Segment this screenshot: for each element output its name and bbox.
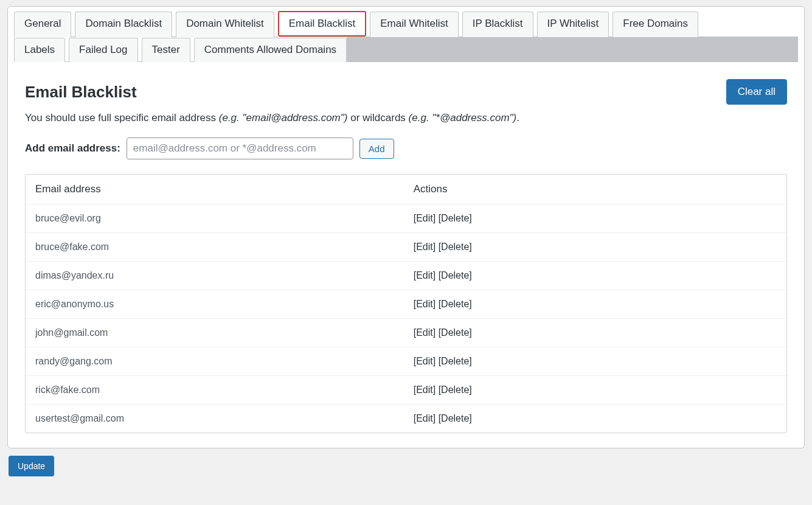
update-button[interactable]: Update: [9, 456, 54, 476]
tab-tester[interactable]: Tester: [142, 38, 190, 62]
edit-link[interactable]: [Edit]: [414, 299, 435, 309]
edit-link[interactable]: [Edit]: [414, 270, 435, 280]
actions-cell: [Edit] [Delete]: [414, 299, 777, 310]
edit-link[interactable]: [Edit]: [414, 213, 435, 223]
edit-link[interactable]: [Edit]: [414, 242, 435, 252]
table-row: eric@anonymo.us[Edit] [Delete]: [26, 290, 786, 318]
tab-email-whitelist[interactable]: Email Whitelist: [370, 12, 458, 37]
delete-link[interactable]: [Delete]: [439, 385, 472, 395]
table-row: randy@gang.com[Edit] [Delete]: [26, 347, 786, 375]
actions-cell: [Edit] [Delete]: [414, 413, 777, 424]
email-list-box: Email address Actions bruce@evil.org[Edi…: [25, 174, 787, 433]
tabs-row-1: GeneralDomain BlacklistDomain WhitelistE…: [14, 11, 798, 37]
tabs-area: GeneralDomain BlacklistDomain WhitelistE…: [8, 7, 804, 62]
edit-link[interactable]: [Edit]: [414, 327, 435, 338]
email-cell: rick@fake.com: [35, 385, 414, 395]
list-header: Email address Actions: [26, 175, 786, 204]
intro-suffix: .: [516, 112, 519, 124]
column-header-actions: Actions: [414, 183, 777, 195]
tab-ip-whitelist[interactable]: IP Whitelist: [537, 12, 609, 37]
tab-email-blacklist[interactable]: Email Blacklist: [278, 11, 367, 37]
column-header-email: Email address: [35, 183, 414, 195]
tab-domain-blacklist[interactable]: Domain Blacklist: [75, 12, 172, 37]
intro-text: You should use full specific email addre…: [25, 112, 787, 124]
delete-link[interactable]: [Delete]: [439, 356, 472, 366]
actions-cell: [Edit] [Delete]: [414, 242, 777, 252]
edit-link[interactable]: [Edit]: [414, 385, 435, 395]
intro-eg1: (e.g. "email@address.com"): [219, 112, 348, 124]
email-cell: bruce@evil.org: [35, 213, 414, 224]
table-row: usertest@gmail.com[Edit] [Delete]: [26, 404, 786, 433]
edit-link[interactable]: [Edit]: [414, 413, 435, 423]
email-cell: randy@gang.com: [35, 356, 414, 367]
email-cell: john@gmail.com: [35, 327, 414, 338]
tab-general[interactable]: General: [14, 12, 71, 37]
actions-cell: [Edit] [Delete]: [414, 356, 777, 367]
clear-all-button[interactable]: Clear all: [726, 79, 787, 105]
delete-link[interactable]: [Delete]: [439, 270, 472, 280]
delete-link[interactable]: [Delete]: [439, 213, 472, 223]
actions-cell: [Edit] [Delete]: [414, 327, 777, 338]
intro-prefix: You should use full specific email addre…: [25, 112, 219, 124]
table-row: bruce@evil.org[Edit] [Delete]: [26, 204, 786, 232]
add-email-input[interactable]: [127, 138, 353, 159]
add-email-row: Add email address: Add: [25, 138, 787, 159]
delete-link[interactable]: [Delete]: [439, 242, 472, 252]
delete-link[interactable]: [Delete]: [439, 413, 472, 423]
settings-panel: GeneralDomain BlacklistDomain WhitelistE…: [7, 6, 805, 448]
intro-eg2: (e.g. "*@address.com"): [409, 112, 517, 124]
tab-failed-log[interactable]: Failed Log: [69, 38, 137, 62]
intro-mid: or wildcards: [347, 112, 408, 124]
table-row: dimas@yandex.ru[Edit] [Delete]: [26, 261, 786, 290]
page-title: Email Blacklist: [25, 83, 137, 102]
actions-cell: [Edit] [Delete]: [414, 213, 777, 224]
delete-link[interactable]: [Delete]: [439, 299, 472, 309]
tabs-row2-filler: [347, 37, 798, 61]
tabs-row-2: LabelsFailed LogTesterComments Allowed D…: [14, 37, 350, 61]
table-row: john@gmail.com[Edit] [Delete]: [26, 318, 786, 347]
tab-free-domains[interactable]: Free Domains: [612, 12, 698, 37]
email-cell: usertest@gmail.com: [35, 413, 414, 424]
add-button[interactable]: Add: [359, 139, 394, 159]
tab-domain-whitelist[interactable]: Domain Whitelist: [176, 12, 274, 37]
email-cell: eric@anonymo.us: [35, 299, 414, 310]
tab-comments-allowed-domains[interactable]: Comments Allowed Domains: [194, 38, 347, 62]
actions-cell: [Edit] [Delete]: [414, 385, 777, 395]
edit-link[interactable]: [Edit]: [414, 356, 435, 366]
tab-ip-blacklist[interactable]: IP Blacklist: [462, 12, 533, 37]
delete-link[interactable]: [Delete]: [439, 327, 472, 338]
table-row: rick@fake.com[Edit] [Delete]: [26, 375, 786, 404]
email-cell: bruce@fake.com: [35, 242, 414, 252]
email-cell: dimas@yandex.ru: [35, 270, 414, 281]
actions-cell: [Edit] [Delete]: [414, 270, 777, 281]
add-email-label: Add email address:: [25, 142, 120, 155]
tab-labels[interactable]: Labels: [14, 38, 65, 62]
tab-content: Email Blacklist Clear all You should use…: [8, 62, 804, 448]
table-row: bruce@fake.com[Edit] [Delete]: [26, 232, 786, 261]
